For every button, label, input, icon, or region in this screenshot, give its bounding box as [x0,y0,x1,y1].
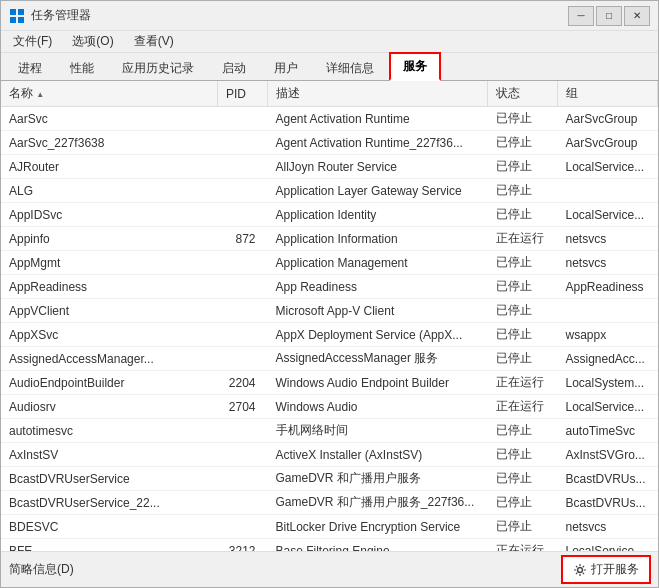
table-row[interactable]: AarSvc_227f3638 Agent Activation Runtime… [1,131,658,155]
cell-group: wsappx [558,323,658,347]
cell-pid: 3212 [218,539,268,552]
table-row[interactable]: BFE 3212 Base Filtering Engine 正在运行 Loca… [1,539,658,552]
cell-status: 正在运行 [488,539,558,552]
app-icon [9,8,25,24]
table-row[interactable]: Appinfo 872 Application Information 正在运行… [1,227,658,251]
cell-name: ALG [1,179,218,203]
cell-name: AppReadiness [1,275,218,299]
cell-desc: Base Filtering Engine [268,539,488,552]
cell-group: netsvcs [558,251,658,275]
table-row[interactable]: AppVClient Microsoft App-V Client 已停止 [1,299,658,323]
table-row[interactable]: BDESVC BitLocker Drive Encryption Servic… [1,515,658,539]
col-pid[interactable]: PID [218,81,268,107]
cell-pid [218,443,268,467]
table-row[interactable]: ALG Application Layer Gateway Service 已停… [1,179,658,203]
gear-icon [573,563,587,577]
cell-pid: 872 [218,227,268,251]
open-services-button[interactable]: 打开服务 [562,556,650,583]
table-row[interactable]: autotimesvc 手机网络时间 已停止 autoTimeSvc [1,419,658,443]
cell-desc: ActiveX Installer (AxInstSV) [268,443,488,467]
cell-status: 正在运行 [488,371,558,395]
cell-group: LocalService... [558,203,658,227]
col-desc[interactable]: 描述 [268,81,488,107]
svg-rect-3 [18,17,24,23]
menu-view[interactable]: 查看(V) [126,31,182,52]
cell-pid [218,131,268,155]
services-table: 名称 ▲ PID 描述 状态 [1,81,658,551]
tab-details[interactable]: 详细信息 [313,55,387,81]
cell-desc: Application Management [268,251,488,275]
table-row[interactable]: AssignedAccessManager... AssignedAccessM… [1,347,658,371]
table-row[interactable]: Audiosrv 2704 Windows Audio 正在运行 LocalSe… [1,395,658,419]
svg-rect-2 [10,17,16,23]
cell-desc: AssignedAccessManager 服务 [268,347,488,371]
cell-status: 已停止 [488,131,558,155]
tab-processes[interactable]: 进程 [5,55,55,81]
table-wrapper: 名称 ▲ PID 描述 状态 [1,81,658,551]
cell-status: 正在运行 [488,227,558,251]
cell-status: 正在运行 [488,395,558,419]
tab-services[interactable]: 服务 [389,52,441,81]
table-row[interactable]: AarSvc Agent Activation Runtime 已停止 AarS… [1,107,658,131]
cell-pid [218,467,268,491]
tab-users[interactable]: 用户 [261,55,311,81]
cell-pid [218,515,268,539]
cell-group: AxInstSVGro... [558,443,658,467]
tab-app-history[interactable]: 应用历史记录 [109,55,207,81]
cell-pid [218,155,268,179]
title-bar: 任务管理器 ─ □ ✕ [1,1,658,31]
table-row[interactable]: BcastDVRUserService GameDVR 和广播用户服务 已停止 … [1,467,658,491]
table-row[interactable]: AppMgmt Application Management 已停止 netsv… [1,251,658,275]
cell-status: 已停止 [488,275,558,299]
cell-desc: Application Information [268,227,488,251]
cell-pid: 2704 [218,395,268,419]
col-group[interactable]: 组 [558,81,658,107]
tab-startup[interactable]: 启动 [209,55,259,81]
cell-status: 已停止 [488,419,558,443]
cell-group: AarSvcGroup [558,131,658,155]
cell-name: AxInstSV [1,443,218,467]
cell-desc: Windows Audio Endpoint Builder [268,371,488,395]
cell-pid [218,275,268,299]
cell-status: 已停止 [488,443,558,467]
menu-file[interactable]: 文件(F) [5,31,60,52]
cell-name: AppXSvc [1,323,218,347]
cell-name: AarSvc [1,107,218,131]
minimize-button[interactable]: ─ [568,6,594,26]
cell-pid [218,251,268,275]
table-row[interactable]: AxInstSV ActiveX Installer (AxInstSV) 已停… [1,443,658,467]
table-row[interactable]: AppReadiness App Readiness 已停止 AppReadin… [1,275,658,299]
table-row[interactable]: BcastDVRUserService_22... GameDVR 和广播用户服… [1,491,658,515]
cell-group [558,179,658,203]
table-row[interactable]: AJRouter AllJoyn Router Service 已停止 Loca… [1,155,658,179]
cell-name: AarSvc_227f3638 [1,131,218,155]
summary-label[interactable]: 简略信息(D) [9,561,74,578]
cell-group: AarSvcGroup [558,107,658,131]
close-button[interactable]: ✕ [624,6,650,26]
col-status[interactable]: 状态 [488,81,558,107]
window-title: 任务管理器 [31,7,91,24]
cell-name: AppMgmt [1,251,218,275]
table-row[interactable]: AudioEndpointBuilder 2204 Windows Audio … [1,371,658,395]
cell-group: BcastDVRUs... [558,491,658,515]
maximize-button[interactable]: □ [596,6,622,26]
cell-group: LocalService... [558,539,658,552]
menu-options[interactable]: 选项(O) [64,31,121,52]
cell-status: 已停止 [488,107,558,131]
cell-name: AssignedAccessManager... [1,347,218,371]
cell-pid [218,203,268,227]
cell-status: 已停止 [488,179,558,203]
cell-group: LocalService... [558,395,658,419]
cell-status: 已停止 [488,467,558,491]
cell-desc: Application Identity [268,203,488,227]
cell-status: 已停止 [488,515,558,539]
tab-performance[interactable]: 性能 [57,55,107,81]
cell-group: netsvcs [558,515,658,539]
cell-name: Audiosrv [1,395,218,419]
table-row[interactable]: AppIDSvc Application Identity 已停止 LocalS… [1,203,658,227]
cell-name: autotimesvc [1,419,218,443]
cell-name: BFE [1,539,218,552]
services-table-container[interactable]: 名称 ▲ PID 描述 状态 [1,81,658,551]
col-name[interactable]: 名称 ▲ [1,81,218,107]
table-row[interactable]: AppXSvc AppX Deployment Service (AppX...… [1,323,658,347]
